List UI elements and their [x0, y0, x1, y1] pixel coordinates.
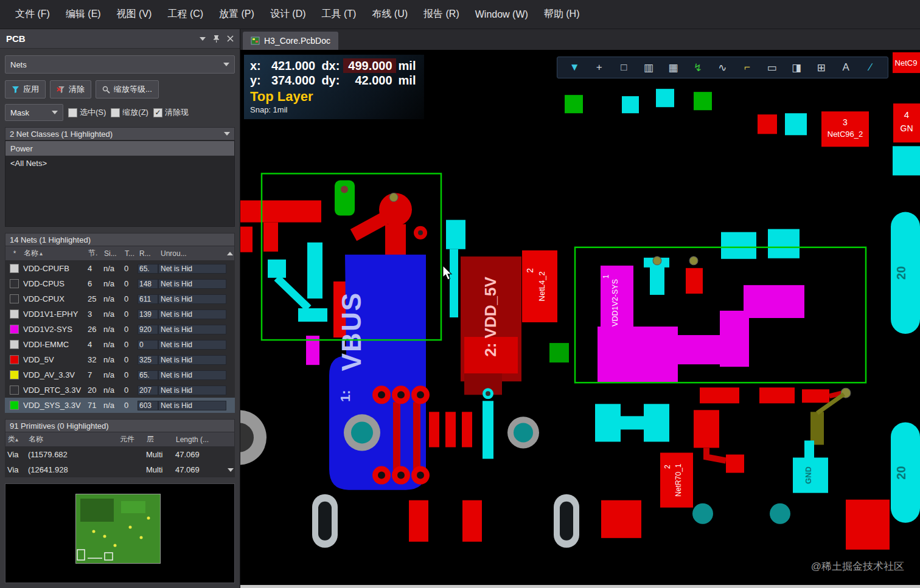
pcb-editor-canvas[interactable]: 3 NetC96_2 NetC9 4 GN 20 20	[240, 50, 920, 588]
primitives-table-header: 类▴ 名称 元件 层 Length (...	[5, 432, 235, 447]
measure-grid-icon[interactable]: ⊞	[814, 61, 829, 74]
close-icon[interactable]	[227, 35, 234, 42]
net-classes-list: Power <All Nets>	[5, 140, 235, 227]
column-length[interactable]: Length (...	[176, 435, 234, 444]
contrast-icon[interactable]: ◨	[789, 61, 804, 74]
pcb-netc96-label-block[interactable]: 3 NetC96_2	[821, 111, 869, 147]
menu-item-edit[interactable]: 编辑 (E)	[58, 4, 109, 24]
menu-item-design[interactable]: 设计 (D)	[262, 4, 314, 24]
pcb-red-mid-row[interactable]	[700, 387, 851, 403]
pcb-artwork[interactable]: 3 NetC96_2 NetC9 4 GN 20 20	[240, 50, 920, 588]
column-layer[interactable]: 层	[147, 434, 176, 444]
net-row[interactable]: VDD-CPUX25n/a0611Net is Hid	[5, 291, 235, 306]
column-nodes[interactable]: 节.	[88, 248, 104, 258]
net-row[interactable]: VDD_AV_3.3V7n/a065.Net is Hid	[5, 367, 235, 382]
net-checkbox[interactable]	[10, 370, 19, 379]
board-preview[interactable]	[5, 483, 235, 583]
scroll-down-icon[interactable]	[226, 468, 235, 472]
column-unrouted[interactable]: Unrou...	[159, 249, 226, 258]
zoom-checkbox[interactable]	[111, 108, 120, 117]
pcb-green-pad[interactable]	[549, 343, 569, 362]
select-area-icon[interactable]: □	[616, 61, 632, 74]
arc-curve-icon[interactable]: ∿	[714, 61, 730, 74]
net-row[interactable]: VDD_RTC_3.3V20n/a0207Net is Hid	[5, 382, 235, 398]
net-checkbox[interactable]	[10, 340, 19, 349]
pcb-netr70-block[interactable]: 2 NetR70_1	[660, 452, 693, 507]
pcb-netl4-block[interactable]: 2 NetL4_2	[522, 251, 557, 322]
text-string-icon[interactable]: A	[838, 61, 854, 74]
net-row[interactable]: VDD1V2-SYS26n/a0920Net is Hid	[5, 322, 235, 337]
net-checkbox[interactable]	[10, 325, 19, 334]
pin-icon[interactable]	[213, 35, 220, 43]
column-component[interactable]: 元件	[120, 434, 147, 444]
panel-mode-select[interactable]: Nets	[5, 55, 235, 74]
net-checkbox[interactable]	[10, 264, 19, 273]
net-class-item-all-nets[interactable]: <All Nets>	[5, 156, 234, 170]
pcb-panel: PCB Nets 应用 清除 缩放等级...	[0, 29, 240, 588]
net-class-item-power[interactable]: Power	[5, 141, 234, 156]
net-checkbox[interactable]	[10, 386, 19, 395]
horizontal-scrollbar[interactable]	[240, 585, 920, 588]
apply-button[interactable]: 应用	[5, 80, 46, 99]
hud-y-label: y:	[250, 73, 267, 88]
cross-probe-icon[interactable]: +	[591, 61, 607, 74]
key-icon[interactable]: ⌐	[739, 61, 755, 74]
column-name[interactable]: 名称▴	[24, 248, 88, 258]
watermark: @稀土掘金技术社区	[811, 559, 904, 573]
menu-item-place[interactable]: 放置 (P)	[211, 4, 262, 24]
tab-h3-core-pcbdoc[interactable]: H3_Core.PcbDoc	[243, 32, 338, 50]
net-checkbox[interactable]	[10, 279, 19, 288]
via[interactable]	[507, 417, 539, 448]
pcb-vdd5v-region[interactable]: 2: VDD_5V	[461, 257, 521, 395]
net-row[interactable]: VDD_5V32n/a0325Net is Hid	[5, 352, 235, 367]
mask-select[interactable]: Mask	[5, 104, 63, 121]
net-row[interactable]: VDD-CPUFB4n/a065.Net is Hid	[5, 261, 235, 276]
histogram-icon[interactable]: ▥	[641, 61, 657, 74]
rectangle-icon[interactable]: ▭	[764, 61, 780, 74]
column-track[interactable]: T...	[125, 249, 138, 258]
primitive-row[interactable]: Via(12641.928Multi47.069	[5, 462, 235, 477]
filter-icon[interactable]: ▼	[566, 61, 582, 74]
column-routed[interactable]: R...	[138, 249, 159, 258]
magnifier-icon	[102, 86, 110, 94]
menu-item-project[interactable]: 工程 (C)	[159, 4, 211, 24]
menu-item-help[interactable]: 帮助 (H)	[536, 4, 588, 24]
menu-item-view[interactable]: 视图 (V)	[109, 4, 160, 24]
net-classes-header: 2 Net Classes (1 Highlighted)	[5, 127, 235, 140]
select-checkbox[interactable]	[68, 108, 77, 117]
menu-item-reports[interactable]: 报告 (R)	[416, 4, 467, 24]
net-checkbox[interactable]	[10, 401, 19, 410]
hud-y-value: 374.000	[267, 73, 319, 88]
panel-title: PCB	[6, 33, 192, 44]
menu-item-window[interactable]: Window (W)	[467, 5, 536, 24]
net-checkbox[interactable]	[10, 355, 19, 364]
svg-text:2: 2	[525, 268, 535, 273]
column-signal[interactable]: Si...	[104, 249, 125, 258]
pcb-green-component[interactable]	[335, 180, 355, 215]
zoom-level-button[interactable]: 缩放等级...	[96, 80, 159, 99]
pcb-red-bar-group[interactable]	[429, 412, 472, 447]
net-row[interactable]: VDD-CPUS6n/a0148Net is Hid	[5, 276, 235, 291]
scroll-up-icon[interactable]	[226, 252, 234, 255]
column-prim-name[interactable]: 名称	[29, 434, 120, 444]
chevron-down-icon	[52, 111, 58, 114]
net-checkbox[interactable]	[10, 294, 19, 303]
line-icon[interactable]: ∕	[863, 61, 879, 74]
menu-item-route[interactable]: 布线 (U)	[364, 4, 416, 24]
route-trace-icon[interactable]: ↯	[690, 61, 706, 74]
pcb-right-edge-cluster[interactable]: NetC9 4 GN 20 20	[891, 52, 920, 523]
net-row[interactable]: VDDI-EMMC4n/a00Net is Hid	[5, 337, 235, 352]
menu-item-tools[interactable]: 工具 (T)	[314, 4, 364, 24]
menu-item-file[interactable]: 文件 (F)	[7, 4, 58, 24]
primitive-row[interactable]: Via(11579.682Multi47.069	[5, 447, 235, 462]
column-type[interactable]: 类▴	[5, 434, 29, 444]
panel-dropdown-icon[interactable]	[200, 37, 206, 41]
pad-matrix-icon[interactable]: ▦	[665, 61, 681, 74]
collapse-icon[interactable]	[224, 132, 230, 136]
net-checkbox[interactable]	[10, 310, 19, 319]
net-row[interactable]: VDD1V1-EPHY3n/a0139Net is Hid	[5, 306, 235, 322]
hud-x-unit: mil	[396, 58, 418, 73]
net-row[interactable]: VDD_SYS_3.3V71n/a0603Net is Hid	[5, 398, 235, 413]
clear-button[interactable]: 清除	[50, 80, 91, 99]
clear-existing-checkbox[interactable]: ✓	[153, 108, 162, 117]
